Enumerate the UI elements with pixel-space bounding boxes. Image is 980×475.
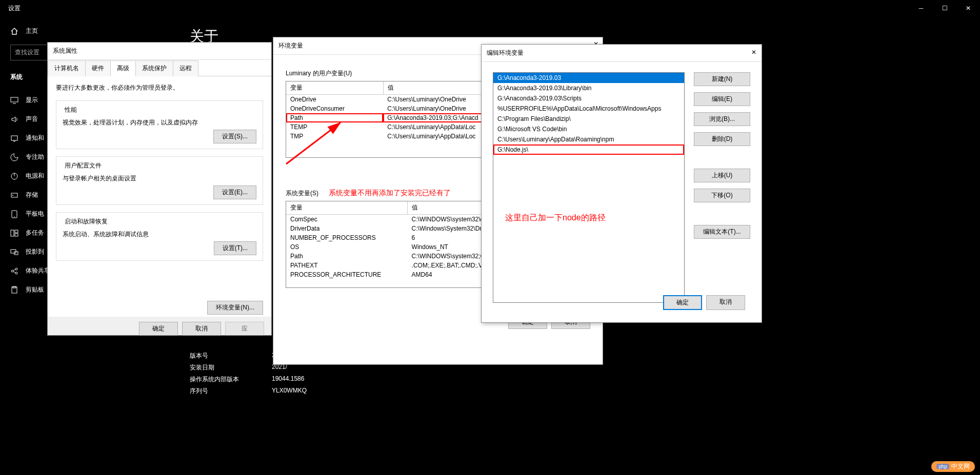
var-name: Path xyxy=(286,113,383,122)
minimize-button[interactable]: ─ xyxy=(909,0,933,16)
sidebar-item-label: 存储 xyxy=(26,191,38,199)
editenv-titlebar[interactable]: 编辑环境变量 ✕ xyxy=(482,45,762,62)
var-name: ComSpec xyxy=(286,215,408,224)
editenv-edit-button[interactable]: 编辑(E) xyxy=(694,92,750,106)
editenv-edittext-button[interactable]: 编辑文本(T)... xyxy=(694,225,750,239)
sidebar-home[interactable]: 主页 xyxy=(10,27,169,35)
editenv-cancel-button[interactable]: 取消 xyxy=(706,295,745,310)
sidebar-item-label: 平板电 xyxy=(26,210,44,218)
notif-icon xyxy=(10,134,18,142)
sidebar-item-label: 投影到 xyxy=(26,247,44,256)
sysprop-tab[interactable]: 高级 xyxy=(110,60,136,76)
sidebar-home-label: 主页 xyxy=(26,27,38,35)
path-item[interactable]: %USERPROFILE%\AppData\Local\Microsoft\Wi… xyxy=(493,104,684,114)
editenv-new-button[interactable]: 新建(N) xyxy=(694,72,750,86)
svg-point-6 xyxy=(12,195,13,196)
about-value: 19044.1586 xyxy=(272,375,304,384)
close-button[interactable]: ✕ xyxy=(956,0,980,16)
search-placeholder: 查找设置 xyxy=(15,49,39,56)
section-desc: 与登录帐户相关的桌面设置 xyxy=(63,174,256,183)
about-value: YLX0WMKQ xyxy=(272,387,307,396)
path-item[interactable]: C:\Program Files\Bandizip\ xyxy=(493,114,684,124)
sidebar-item-label: 多任务 xyxy=(26,229,44,237)
home-icon xyxy=(10,27,18,35)
path-item[interactable]: G:\Node.js\ xyxy=(493,144,684,155)
about-row: 序列号YLX0WMKQ xyxy=(190,387,959,396)
sidebar-item-label: 剪贴板 xyxy=(26,285,44,294)
path-list[interactable]: G:\Anaconda3-2019.03G:\Anaconda3-2019.03… xyxy=(493,72,685,303)
about-key: 序列号 xyxy=(190,387,272,396)
var-name: TMP xyxy=(286,132,383,141)
sysprop-titlebar[interactable]: 系统属性 xyxy=(48,43,271,60)
sidebar-item-label: 通知和 xyxy=(26,134,44,142)
section-settings-button[interactable]: 设置(S)... xyxy=(213,130,256,143)
path-item[interactable]: C:\Users\Luminary\AppData\Roaming\npm xyxy=(493,134,684,144)
sidebar-item-label: 专注助 xyxy=(26,153,44,161)
storage-icon xyxy=(10,191,18,199)
svg-point-14 xyxy=(11,270,13,272)
sidebar-item-label: 显示 xyxy=(26,96,38,105)
sysprop-tab[interactable]: 远程 xyxy=(173,60,198,76)
sysprop-tabs: 计算机名硬件高级系统保护远程 xyxy=(48,60,271,76)
var-name: NUMBER_OF_PROCESSORS xyxy=(286,233,408,242)
path-item[interactable]: G:\Microsoft VS Code\bin xyxy=(493,124,684,134)
watermark-php: php xyxy=(936,464,949,469)
envvar-title: 环境变量 xyxy=(278,42,303,49)
col-var[interactable]: 变量 xyxy=(286,201,408,215)
svg-rect-10 xyxy=(15,230,18,233)
display-icon xyxy=(10,96,18,105)
section-legend: 性能 xyxy=(63,106,79,114)
var-name: OS xyxy=(286,242,408,252)
editenv-browse-button[interactable]: 浏览(B)... xyxy=(694,112,750,126)
annotation-node-path: 这里自己加一下node的路径 xyxy=(505,213,606,223)
section-settings-button[interactable]: 设置(T)... xyxy=(214,241,256,255)
env-vars-button[interactable]: 环境变量(N)... xyxy=(207,301,263,315)
svg-point-15 xyxy=(15,268,17,270)
var-name: DriverData xyxy=(286,224,408,233)
sysprop-tab[interactable]: 系统保护 xyxy=(135,60,173,76)
sysprop-section: 性能视觉效果，处理器计划，内存使用，以及虚拟内存设置(S)... xyxy=(56,100,263,149)
section-desc: 视觉效果，处理器计划，内存使用，以及虚拟内存 xyxy=(63,118,256,127)
about-key: 版本号 xyxy=(190,352,272,360)
sysprop-section: 用户配置文件与登录帐户相关的桌面设置设置(E)... xyxy=(56,156,263,205)
section-desc: 系统启动、系统故障和调试信息 xyxy=(63,230,256,239)
watermark-text: 中文网 xyxy=(951,463,970,470)
tablet-icon xyxy=(10,210,18,218)
svg-point-8 xyxy=(14,216,15,217)
power-icon xyxy=(10,172,18,180)
system-properties-dialog: 系统属性 计算机名硬件高级系统保护远程 要进行大多数更改，你必须作为管理员登录。… xyxy=(47,42,272,336)
project-icon xyxy=(10,248,18,256)
section-legend: 启动和故障恢复 xyxy=(63,217,110,226)
editenv-down-button[interactable]: 下移(O) xyxy=(694,189,750,202)
path-item[interactable]: G:\Anaconda3-2019.03\Scripts xyxy=(493,93,684,104)
section-legend: 用户配置文件 xyxy=(63,161,104,170)
sidebar-item-label: 声音 xyxy=(26,115,38,123)
var-name: OneDrive xyxy=(286,95,383,105)
sysprop-apply-button[interactable]: 应 xyxy=(225,322,264,336)
editenv-close-button[interactable]: ✕ xyxy=(751,49,756,56)
focus-icon xyxy=(10,153,18,161)
sound-icon xyxy=(10,115,18,123)
editenv-ok-button[interactable]: 确定 xyxy=(663,295,702,310)
path-item[interactable]: G:\Anaconda3-2019.03 xyxy=(493,73,684,83)
about-key: 操作系统内部版本 xyxy=(190,375,272,384)
sysprop-ok-button[interactable]: 确定 xyxy=(139,322,178,336)
sysprop-cancel-button[interactable]: 取消 xyxy=(182,322,221,336)
col-var[interactable]: 变量 xyxy=(286,81,383,95)
section-settings-button[interactable]: 设置(E)... xyxy=(213,185,256,199)
var-name: Path xyxy=(286,252,408,261)
svg-rect-9 xyxy=(11,230,14,236)
sysprop-section: 启动和故障恢复系统启动、系统故障和调试信息设置(T)... xyxy=(56,212,263,261)
share-icon xyxy=(10,267,18,275)
edit-env-dialog: 编辑环境变量 ✕ G:\Anaconda3-2019.03G:\Anaconda… xyxy=(481,44,762,323)
path-item[interactable]: G:\Anaconda3-2019.03\Library\bin xyxy=(493,83,684,93)
settings-title: 设置 xyxy=(8,4,21,13)
sysprop-tab[interactable]: 硬件 xyxy=(85,60,111,76)
editenv-delete-button[interactable]: 删除(D) xyxy=(694,132,750,146)
var-name: PROCESSOR_ARCHITECTURE xyxy=(286,270,408,279)
editenv-up-button[interactable]: 上移(U) xyxy=(694,169,750,182)
maximize-button[interactable]: ☐ xyxy=(933,0,956,16)
sysprop-tab[interactable]: 计算机名 xyxy=(48,60,86,76)
watermark: php中文网 xyxy=(931,461,975,472)
sidebar-item-label: 体验共享 xyxy=(26,266,50,275)
